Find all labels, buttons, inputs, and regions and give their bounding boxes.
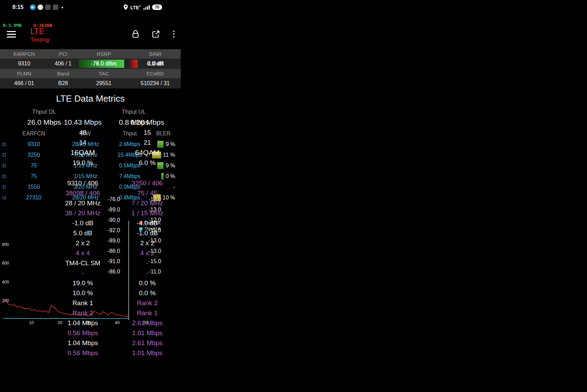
ecellid-value: 510234 / 31 <box>130 80 181 86</box>
earfcn-value: 9310 <box>8 141 59 147</box>
value-text: 4 x 4 <box>76 249 90 257</box>
signal-header-row: PLMN Band TAC ECellID <box>0 69 181 78</box>
triple-screenshot-canvas: 8:15 • LTE+ 70 D:5.0MB U:96KB LT <box>0 0 587 392</box>
value-text: 3250 / 406 <box>132 179 163 187</box>
menu-button[interactable] <box>7 31 16 38</box>
open-in-new-icon[interactable] <box>152 30 160 38</box>
signal-column-header: ECellID <box>130 71 181 76</box>
value-text: 1.04 Mbps <box>68 319 98 327</box>
series-thput-dl <box>3 300 129 317</box>
thput-headers: Thput DLThput UL <box>0 107 181 117</box>
value-text: 0.56 Mbps <box>68 329 98 337</box>
status-time: 8:15 <box>12 4 23 10</box>
bandwidth-value: 1/15 MHz <box>59 173 112 179</box>
value-text: 38098 / 406 <box>66 189 100 197</box>
value-text: 48 <box>79 129 86 136</box>
battery-indicator: 70 <box>152 4 162 10</box>
value-text: Rank 1 <box>137 309 158 317</box>
rsrp-value: -91.0 <box>97 257 131 266</box>
signal-column-header: TAC <box>78 71 130 76</box>
thput-ul-label: Thput UL <box>88 107 179 117</box>
chart-label: 10 <box>29 320 34 325</box>
rsrp-bar-cell: -91.0 <box>97 257 131 266</box>
rsrp-value: -86.0 <box>97 268 131 276</box>
value-text: - <box>146 259 148 267</box>
data-metrics-title: LTE Data Metrics <box>0 93 181 104</box>
bler-value: - <box>173 184 175 190</box>
value-text: - <box>82 269 84 277</box>
value-text: 0.56 Mbps <box>68 349 98 357</box>
app-title-sub: Testing <box>30 36 49 44</box>
signal-column-header: RSRP <box>78 51 130 57</box>
bler-bar <box>161 173 163 180</box>
value-text: 64QAM <box>135 148 159 156</box>
rsrp-bar-cell: -89.0 <box>97 237 131 245</box>
value-text: 10.0 % <box>72 289 93 297</box>
value-text: 14 <box>79 139 86 146</box>
rsrp-value: -86.0 <box>97 247 131 255</box>
thput-dl-label: Thput DL <box>0 107 88 117</box>
series-thput-ul <box>3 318 129 319</box>
bler-value: 11 % <box>163 152 175 158</box>
value-text: Rank 1 <box>72 299 93 307</box>
status-right-cluster: LTE+ 70 <box>123 4 162 10</box>
earfcn-value: 3250 <box>8 152 59 158</box>
bler-bar <box>157 162 163 169</box>
more-options-icon[interactable] <box>172 30 176 39</box>
data-table-column-header: EARFCN <box>8 131 59 137</box>
data-table-row: D931028/20 MHz2.6Mbps9 % <box>0 139 181 149</box>
value-text: 7 / 20 MHz <box>131 199 163 207</box>
line-app-icon <box>53 4 58 10</box>
chat-app-icon <box>38 4 43 10</box>
earfcn-value: 1550 <box>8 184 59 190</box>
sinr-cell: 0.0 dB <box>130 59 181 69</box>
value-text: 10.43 Mbps <box>64 118 102 126</box>
value-text: 1 / 15 MHz <box>131 209 163 217</box>
value-text: 75 / 45 <box>137 189 157 197</box>
rsrp-cell: -72.0 dBm <box>78 59 130 69</box>
signal-column-header: EARFCN <box>0 51 48 57</box>
app-header: D:3.9MB U:163KB LTE Testing <box>0 14 181 49</box>
value-text: 15 <box>143 129 151 136</box>
value-text: -1.0 dB <box>72 219 93 227</box>
rsrp-value: -72.0 dBm <box>78 59 130 69</box>
earfcn-value: 9310 <box>0 61 48 67</box>
value-text: 9310 / 406 <box>67 179 98 187</box>
rsrp-value: -92.0 <box>97 226 131 235</box>
value-text: 0.0 % <box>139 279 156 287</box>
download-counter: D:3.9MB <box>3 23 22 28</box>
direction-tag: D <box>0 141 8 147</box>
value-text: 0.0 % <box>139 289 156 297</box>
value-text: 2 x 2 <box>140 239 154 247</box>
signal-column-header: SINR <box>130 51 181 57</box>
tac-value: 29551 <box>78 80 130 86</box>
data-table-header-row: EARFCNB/WThputBLER <box>0 128 181 139</box>
signal-column-header: PCI <box>48 51 78 57</box>
rsrp-bar-cell: -92.0 <box>97 226 131 235</box>
value-text: -1.0 dB <box>137 229 158 237</box>
value-text: 28 / 20 MHz <box>65 199 100 207</box>
rsrp-value: -76.0 <box>97 195 131 204</box>
signal-column-header: Band <box>48 71 78 76</box>
chart-label: 20 <box>58 320 62 325</box>
rsrp-value: -90.0 <box>97 216 131 224</box>
rsrp-bar-cell: -90.0 <box>97 216 131 224</box>
network-type-label: LTE+ <box>130 4 141 10</box>
rsrp-bar-cell: -86.0 <box>97 247 131 255</box>
signal-header-row: EARFCN PCI RSRP SINR <box>0 49 181 59</box>
rsrp-bar-cell: -89.0 <box>97 206 131 214</box>
thput-value: 7.4Mbps <box>112 173 148 179</box>
band-value: B28 <box>48 80 78 86</box>
direction-tag: D <box>0 184 8 190</box>
chart-label: 600 <box>2 261 9 266</box>
rsrq-bar-cell: -11.0 <box>138 268 172 276</box>
value-text: 38 / 20 MHz <box>65 209 100 217</box>
lock-icon[interactable] <box>132 30 139 39</box>
rsrq-value: -15.0 <box>138 257 172 266</box>
value-text: 2.61 Mbps <box>132 339 163 347</box>
direction-tag: D <box>0 173 8 179</box>
value-text: 2.61 Mbps <box>132 319 163 327</box>
rsrp-bar-cell: -76.0 <box>97 195 131 204</box>
rsrp-value: -89.0 <box>97 237 131 245</box>
thput-value: 2.6Mbps <box>112 141 148 147</box>
